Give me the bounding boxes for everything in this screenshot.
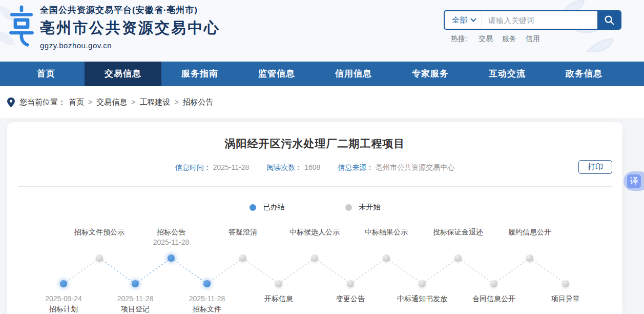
- timeline-legend: 已办结未开始: [7, 203, 622, 212]
- hot-search-links: 交易服务信用: [479, 34, 549, 44]
- legend-label: 未开始: [359, 203, 381, 212]
- timeline-node-date: 2025-11-28: [97, 293, 174, 304]
- timeline-node-label: 履约信息公开: [491, 227, 568, 237]
- article-meta: 信息时间：2025-11-28阅读次数：1608信息来源：亳州市公共资源交易中心: [7, 163, 622, 172]
- meta-label: 阅读次数：: [266, 163, 302, 171]
- timeline-node-中标结果公示[interactable]: [383, 254, 390, 262]
- nav-item-信用信息[interactable]: 信用信息: [315, 62, 392, 86]
- search-area: 全部 热搜: 交易服务信用: [444, 10, 621, 44]
- timeline-node-中标通知书发放[interactable]: [419, 280, 426, 287]
- timeline-label-box: 招标文件预公示: [61, 227, 138, 237]
- page: 全国公共资源交易平台(安徽省·亳州市) 亳州市公共资源交易中心 ggzy.boz…: [0, 0, 644, 314]
- hot-search-link[interactable]: 信用: [526, 34, 540, 43]
- timeline-node-招标计划[interactable]: [60, 280, 67, 287]
- site-name: 亳州市公共资源交易中心: [40, 18, 220, 38]
- legend-label: 已办结: [263, 203, 285, 212]
- timeline-node-label: 项目登记: [97, 304, 174, 314]
- main-nav: 首页交易信息服务指南监管信息信用信息专家服务互动交流政务信息: [0, 62, 644, 86]
- breadcrumb-link[interactable]: 工程建设: [139, 97, 170, 106]
- nav-item-专家服务[interactable]: 专家服务: [392, 62, 469, 86]
- legend-item-pending: 未开始: [345, 203, 381, 212]
- location-pin-icon: [7, 97, 15, 107]
- timeline-node-label: 招标文件: [169, 304, 245, 314]
- hot-search-label: 热搜:: [451, 34, 467, 44]
- timeline-node-label: 投标保证金退还: [420, 227, 496, 237]
- search-button[interactable]: [597, 11, 620, 29]
- timeline-label-box: 中标结果公示: [348, 227, 425, 237]
- divider: [18, 186, 612, 187]
- translate-tab[interactable]: 译: [624, 171, 644, 191]
- breadcrumb-prefix: 您当前位置：: [19, 97, 66, 107]
- timeline-label-box: 中标候选人公示: [276, 227, 353, 237]
- search-category-value: 全部: [452, 15, 467, 25]
- meta-value: 亳州市公共资源交易中心: [376, 163, 454, 171]
- timeline-node-label: 中标结果公示: [348, 227, 425, 237]
- legend-dot-pending: [345, 204, 352, 211]
- hot-search-link[interactable]: 服务: [502, 34, 516, 43]
- timeline: 2025-09-24招标计划招标文件预公示2025-11-28项目登记招标公告2…: [7, 225, 622, 314]
- timeline-node-label: 中标候选人公示: [276, 227, 353, 237]
- search-icon: [604, 14, 615, 26]
- article-card: 涡阳经开区污水处理厂二期工程项目 信息时间：2025-11-28阅读次数：160…: [7, 122, 622, 314]
- nav-item-监管信息[interactable]: 监管信息: [238, 62, 315, 86]
- timeline-node-招标公告[interactable]: [168, 254, 175, 262]
- hot-search-link[interactable]: 交易: [479, 34, 493, 43]
- timeline-node-label: 变更公告: [312, 293, 389, 304]
- timeline-label-box: 中标通知书发放: [384, 293, 461, 304]
- timeline-label-box: 招标公告2025-11-28: [133, 227, 210, 247]
- print-button[interactable]: 打印: [578, 160, 612, 174]
- timeline-node-date: 2025-11-28: [169, 293, 245, 304]
- timeline-node-label: 答疑澄清: [204, 227, 281, 237]
- timeline-node-答疑澄清[interactable]: [239, 254, 246, 262]
- timeline-node-label: 项目异常: [527, 293, 604, 304]
- timeline-node-变更公告[interactable]: [347, 280, 354, 287]
- timeline-label-box: 2025-11-28项目登记: [97, 293, 174, 314]
- timeline-node-项目异常[interactable]: [562, 280, 569, 287]
- breadcrumb-link[interactable]: 首页: [69, 97, 84, 106]
- nav-item-互动交流[interactable]: 互动交流: [469, 62, 546, 86]
- nav-item-服务指南[interactable]: 服务指南: [161, 62, 238, 86]
- article-title: 涡阳经开区污水处理厂二期工程项目: [7, 122, 622, 151]
- timeline-node-合同信息公开[interactable]: [490, 280, 497, 287]
- timeline-node-label: 合同信息公开: [455, 293, 532, 304]
- timeline-node-招标文件预公示[interactable]: [96, 254, 103, 262]
- meta-value: 1608: [304, 163, 320, 171]
- legend-dot-done: [250, 204, 256, 211]
- search-box: 全部: [444, 10, 621, 30]
- timeline-node-label: 招标文件预公示: [61, 227, 138, 237]
- header-text: 全国公共资源交易平台(安徽省·亳州市) 亳州市公共资源交易中心 ggzy.boz…: [40, 4, 220, 50]
- timeline-label-box: 2025-09-24招标计划: [25, 293, 102, 314]
- nav-item-交易信息[interactable]: 交易信息: [85, 62, 161, 86]
- timeline-node-开标信息[interactable]: [275, 280, 282, 287]
- breadcrumb-items: 首页>交易信息>工程建设>招标公告: [69, 97, 214, 107]
- breadcrumb-link[interactable]: 交易信息: [96, 97, 127, 106]
- timeline-label-box: 合同信息公开: [455, 293, 532, 304]
- breadcrumb-separator: >: [131, 98, 135, 106]
- timeline-node-date: 2025-11-28: [133, 237, 210, 247]
- platform-title: 全国公共资源交易平台(安徽省·亳州市): [40, 4, 220, 16]
- timeline-node-招标文件[interactable]: [203, 280, 211, 287]
- legend-item-done: 已办结: [250, 203, 285, 212]
- hot-search-row: 热搜: 交易服务信用: [444, 34, 621, 44]
- nav-item-首页[interactable]: 首页: [8, 62, 85, 86]
- search-input[interactable]: [482, 11, 597, 29]
- search-category-select[interactable]: 全部: [445, 11, 482, 29]
- timeline-label-box: 变更公告: [312, 293, 389, 304]
- site-logo-icon: [7, 4, 36, 48]
- timeline-label-box: 2025-11-28招标文件: [169, 293, 245, 314]
- timeline-node-label: 开标信息: [240, 293, 317, 304]
- breadcrumb-link[interactable]: 招标公告: [183, 97, 214, 106]
- timeline-node-label: 招标公告: [133, 227, 210, 237]
- timeline-node-项目登记[interactable]: [132, 280, 139, 287]
- timeline-label-box: 开标信息: [240, 293, 317, 304]
- timeline-node-投标保证金退还[interactable]: [454, 254, 462, 262]
- timeline-label-box: 履约信息公开: [491, 227, 568, 237]
- nav-item-政务信息[interactable]: 政务信息: [546, 62, 622, 86]
- timeline-node-中标候选人公示[interactable]: [311, 254, 318, 262]
- meta-label: 信息来源：: [338, 163, 373, 171]
- breadcrumb-separator: >: [174, 98, 178, 106]
- breadcrumb-separator: >: [88, 98, 92, 106]
- translate-icon: 译: [627, 174, 641, 188]
- meta-item: 信息时间：2025-11-28: [175, 163, 250, 172]
- timeline-node-履约信息公开[interactable]: [526, 254, 533, 262]
